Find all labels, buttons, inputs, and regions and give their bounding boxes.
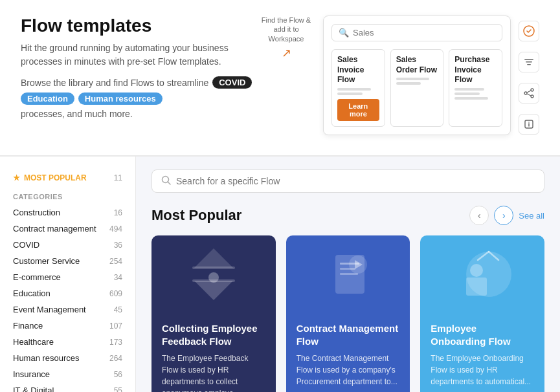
svg-rect-1 — [524, 59, 533, 60]
flow-card-illustration — [286, 235, 410, 313]
tip-arrow-area: ↗ — [282, 46, 291, 60]
svg-marker-15 — [194, 281, 233, 300]
svg-marker-14 — [194, 248, 233, 268]
banner-search-icon: 🔍 — [339, 28, 349, 38]
sidebar-item-count: 36 — [114, 241, 122, 250]
small-flow-1: Sales Invoice Flow Learn more — [331, 49, 385, 127]
sidebar-item-count: 16 — [114, 208, 122, 217]
flow-card-illustration — [420, 235, 544, 313]
flow-card-name: Collecting Employee Feedback Flow — [162, 322, 265, 347]
flow-card-employee-onboarding: Employee Onboarding Flow The Employee On… — [420, 235, 544, 392]
flow-card-desc: The Contract Management Flow is used by … — [297, 353, 400, 392]
sidebar-item-label: Education — [13, 289, 50, 298]
sidebar-item-label: Customer Service — [13, 256, 80, 266]
main-area: Most Popular ‹ › See all Collecting Empl… — [136, 157, 560, 392]
flow-card-contract-management: Contract Management Flow The Contract Ma… — [286, 235, 410, 392]
most-popular-count: 11 — [114, 173, 122, 182]
sidebar-item-label: Healthcare — [13, 337, 54, 347]
flow-card-body: Contract Management Flow The Contract Ma… — [286, 313, 410, 392]
sidebar-item-education[interactable]: Education609 — [0, 285, 135, 301]
sidebar-item-human-resources[interactable]: Human resources264 — [0, 350, 135, 366]
sidebar-item-count: 494 — [109, 224, 122, 234]
sidebar-item-count: 264 — [109, 354, 122, 363]
banner-search-input[interactable] — [353, 28, 495, 38]
sidebar-item-covid[interactable]: COVID36 — [0, 237, 135, 253]
small-flow-2: Sales Order Flow — [390, 49, 444, 127]
banner-flows: Sales Invoice Flow Learn more Sales Orde… — [331, 49, 502, 127]
sidebar-item-label: COVID — [13, 240, 39, 250]
sidebar-item-ecommerce[interactable]: E-commerce34 — [0, 269, 135, 285]
flow-line — [454, 97, 488, 100]
filter-icon-btn[interactable] — [519, 52, 539, 72]
svg-line-7 — [527, 91, 531, 93]
sidebar-item-label: E-commerce — [13, 272, 61, 282]
flow-card-illustration — [151, 235, 276, 313]
flow-search-input[interactable] — [176, 176, 535, 186]
banner-left: Flow templates Hit the ground running by… — [21, 16, 257, 119]
svg-point-18 — [208, 272, 219, 283]
svg-rect-22 — [340, 273, 358, 275]
sidebar-item-label: Human resources — [13, 353, 80, 363]
sidebar-item-count: 173 — [109, 338, 122, 347]
svg-rect-26 — [466, 278, 487, 296]
sidebar-item-construction[interactable]: Construction16 — [0, 204, 135, 221]
svg-rect-3 — [527, 64, 531, 65]
sidebar-item-contract-mgmt[interactable]: Contract management494 — [0, 221, 135, 237]
most-popular-label-area: ★ MOST POPULAR — [13, 173, 87, 182]
small-flow-3-name: Purchase Invoice Flow — [454, 55, 497, 85]
flow-card-body: Collecting Employee Feedback Flow The Em… — [151, 313, 276, 392]
star-icon: ★ — [13, 173, 20, 182]
banner-search-area: 🔍 — [331, 24, 502, 41]
next-arrow-btn[interactable]: › — [494, 206, 513, 225]
section-header: Most Popular ‹ › See all — [151, 206, 544, 225]
badge-hr[interactable]: Human resources — [78, 93, 162, 105]
svg-line-13 — [168, 182, 170, 184]
banner-right: Find the Flow & add it to Workspace ↗ 🔍 … — [257, 16, 539, 140]
sidebar-item-it-digital[interactable]: IT & Digital55 — [0, 382, 135, 392]
info-icon-btn[interactable] — [519, 114, 539, 135]
small-flow-2-name: Sales Order Flow — [396, 55, 438, 75]
sidebar-item-healthcare[interactable]: Healthcare173 — [0, 334, 135, 350]
svg-rect-2 — [526, 61, 532, 63]
flow-lines — [396, 78, 438, 85]
sidebar-most-popular[interactable]: ★ MOST POPULAR 11 — [0, 169, 135, 188]
learn-more-btn-1[interactable]: Learn more — [337, 99, 379, 121]
basket-icon-btn[interactable] — [519, 21, 539, 41]
small-flow-1-name: Sales Invoice Flow — [337, 55, 379, 85]
svg-point-27 — [470, 264, 483, 277]
flow-card-desc: The Employee Feedback Flow is used by HR… — [162, 353, 265, 392]
svg-point-6 — [531, 95, 533, 98]
sidebar-item-customer-service[interactable]: Customer Service254 — [0, 253, 135, 269]
flow-card-body: Employee Onboarding Flow The Employee On… — [420, 313, 544, 392]
sidebar-item-count: 34 — [114, 273, 122, 282]
flow-line — [396, 78, 430, 80]
banner-browse: Browse the library and find Flows to str… — [21, 76, 257, 119]
sidebar-item-label: Construction — [13, 208, 60, 217]
sidebar-item-insurance[interactable]: Insurance56 — [0, 366, 135, 382]
sidebar-item-event-mgmt[interactable]: Event Management45 — [0, 301, 135, 318]
badge-education[interactable]: Education — [21, 93, 74, 105]
main-content: ★ MOST POPULAR 11 CATEGORIES Constructio… — [0, 157, 560, 392]
flow-line — [454, 88, 484, 91]
svg-line-8 — [527, 94, 531, 96]
search-icon — [161, 175, 171, 187]
sidebar-item-count: 56 — [114, 370, 122, 379]
page-title: Flow templates — [21, 16, 257, 36]
search-bar — [151, 169, 544, 193]
see-all-link[interactable]: See all — [519, 211, 544, 221]
section-nav: ‹ › See all — [469, 206, 544, 225]
sidebar-item-count: 55 — [114, 386, 122, 393]
badge-covid[interactable]: COVID — [212, 76, 252, 89]
flow-line — [337, 93, 363, 95]
sidebar-item-finance[interactable]: Finance107 — [0, 318, 135, 334]
categories-label: CATEGORIES — [0, 188, 135, 204]
share-icon-btn[interactable] — [519, 83, 539, 103]
browse-suffix: processes, and much more. — [21, 109, 133, 119]
find-flow-tip: Find the Flow & add it to Workspace ↗ — [257, 16, 315, 60]
sidebar-item-count: 107 — [109, 321, 122, 331]
flow-card-desc: The Employee Onboarding Flow is used by … — [431, 353, 534, 392]
flow-cards: Collecting Employee Feedback Flow The Em… — [151, 235, 544, 392]
prev-arrow-btn[interactable]: ‹ — [469, 206, 489, 225]
tip-arrow-icon: ↗ — [282, 46, 291, 60]
sidebar-item-count: 609 — [109, 289, 122, 298]
